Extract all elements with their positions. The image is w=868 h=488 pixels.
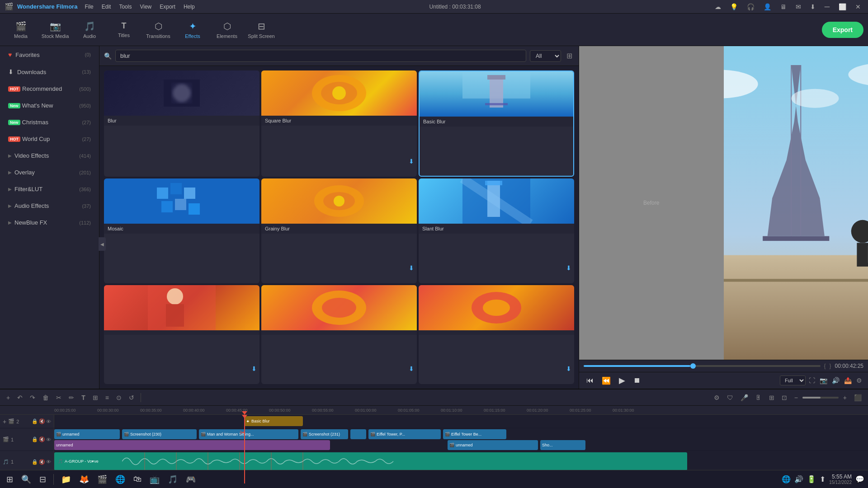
tl-settings-button[interactable]: ⚙ [711,392,722,403]
tl-audio-adj-button[interactable]: ≡ [103,392,112,403]
minimize-button[interactable]: ─ [822,2,832,12]
tl-rotate-button[interactable]: ↺ [126,392,137,403]
tl-full-timeline-button[interactable]: ⬛ [851,392,864,403]
clip-eiffel-tower-be[interactable]: 🎬 Eiffel Tower Be... [443,429,506,439]
cloud-icon[interactable]: ☁ [712,2,724,11]
tl-zoom-in-button[interactable]: + [840,392,849,403]
toolbar-split-screen[interactable]: ⊟ Split Screen [245,15,278,44]
tl-add-track-button[interactable]: + [4,392,13,403]
zoom-slider[interactable] [802,397,839,399]
toolbar-effects[interactable]: ✦ Effects [176,15,209,44]
mail-icon[interactable]: ✉ [793,2,804,11]
track-lock-2[interactable]: 🔒 [32,418,38,424]
preview-progress-bar[interactable] [584,365,821,367]
tl-split-track-button[interactable]: ⊞ [766,392,777,403]
maximize-button[interactable]: ⬜ [836,2,849,11]
menu-file[interactable]: File [81,3,97,11]
clip-screenshot-231[interactable]: 🎬 Screenshot (231) [301,429,348,439]
grid-toggle-icon[interactable]: ⊞ [565,50,574,62]
effect-item-grainy-blur[interactable]: ⬇ Grainy Blur [261,178,417,283]
app-7[interactable]: 🎵 [165,473,180,486]
clip-sho[interactable]: Sho... [540,440,585,450]
stop-button[interactable]: ⏹ [631,375,643,386]
clip-unnamed-purple[interactable]: unnamed [54,440,330,450]
sidebar-item-audio-effects[interactable]: ▶ Audio Effects (37) [2,198,97,214]
track-lock-audio[interactable]: 🔒 [32,459,38,465]
clip-man-woman[interactable]: 🎬 Man and Woman Sitting... [199,429,298,439]
store-button[interactable]: 🛍 [131,473,144,486]
tl-mic-button[interactable]: 🎤 [738,392,751,403]
preview-settings-button[interactable]: ⚙ [855,375,863,385]
track-mute-2[interactable]: 🔇 [39,418,45,424]
chrome-button[interactable]: 🌐 [113,473,128,486]
arrow-icon[interactable]: ⬆ [820,475,826,483]
toolbar-titles[interactable]: T Titles [108,15,140,44]
effect-clip-basic-blur[interactable]: ✦ Basic Blur [244,416,303,426]
firefox-button[interactable]: 🦊 [76,473,92,486]
monitor-icon[interactable]: 🖥 [778,2,789,11]
sidebar-item-world-cup[interactable]: HOT World Cup (27) [2,131,97,147]
clip-screenshot-230[interactable]: 🎬 Screenshot (230) [122,429,197,439]
skip-back-button[interactable]: ⏮ [584,375,596,386]
fullscreen-button[interactable]: ⛶ [807,375,816,385]
volume-icon[interactable]: 🔊 [794,475,803,483]
sidebar-item-video-effects[interactable]: ▶ Video Effects (414) [2,148,97,164]
effect-item-7[interactable]: ⬇ [104,285,259,384]
account-icon[interactable]: 👤 [761,2,774,11]
sidebar-item-recommended[interactable]: HOT Recommended (500) [2,81,97,97]
network-icon[interactable]: 🌐 [782,475,791,483]
export-frame-button[interactable]: 📤 [843,375,853,385]
tl-delete-button[interactable]: 🗑 [40,392,52,403]
effect-item-8[interactable]: ⬇ [261,285,417,384]
search-input[interactable] [115,50,526,62]
close-button[interactable]: ✕ [853,2,863,11]
explorer-button[interactable]: 📁 [58,473,74,486]
clip-eiffel-tower-p[interactable]: 🎬 Eiffel Tower, P... [368,429,441,439]
clip-unnamed-1[interactable]: 🎬 unnamed [54,429,120,439]
menu-edit[interactable]: Edit [98,3,115,11]
search-taskbar-button[interactable]: 🔍 [19,473,34,486]
effect-item-blur[interactable]: Blur [104,70,259,177]
tl-redo-button[interactable]: ↷ [27,392,38,403]
panel-collapse-button[interactable]: ◀ [99,237,106,251]
app-8[interactable]: 🎮 [183,473,198,486]
toolbar-audio[interactable]: 🎵 Audio [73,15,106,44]
export-button[interactable]: Export [822,22,863,38]
play-button[interactable]: ▶ [616,374,628,387]
track-visible-1[interactable]: 👁 [46,436,51,442]
audio-preview-button[interactable]: 🔊 [830,375,841,385]
tl-adjust-button[interactable]: ⊞ [90,392,101,403]
clip-audio-main[interactable]: 🎵 A-GROUP - Vo▾ve [54,452,687,470]
filter-select[interactable]: All Video Audio [530,50,561,62]
tl-undo-button[interactable]: ↶ [14,392,25,403]
effect-item-basic-blur[interactable]: Basic Blur [419,70,574,177]
menu-view[interactable]: View [136,3,155,11]
tl-pen-button[interactable]: ✏ [66,392,77,403]
clip-small[interactable] [350,429,366,439]
headset-icon[interactable]: 🎧 [744,2,757,11]
preview-progress-thumb[interactable] [690,363,696,369]
tl-shield-button[interactable]: 🛡 [724,392,736,403]
start-button[interactable]: ⊞ [4,473,16,486]
track-lock-1[interactable]: 🔒 [32,436,38,442]
tl-target-button[interactable]: ⊙ [113,392,124,403]
taskbar-time[interactable]: 5:55 AM 15/12/2022 [829,474,852,485]
toolbar-stock-media[interactable]: 📷 Stock Media [39,15,71,44]
download-icon[interactable]: ⬇ [807,2,818,11]
track-mute-1[interactable]: 🔇 [39,436,45,442]
sidebar-item-newblue-fx[interactable]: ▶ NewBlue FX (112) [2,215,97,230]
sidebar-item-favorites[interactable]: ♥ Favorites (0) [2,47,97,63]
screenshot-button[interactable]: 📷 [818,375,829,385]
effect-item-slant-blur[interactable]: ⬇ Slant Blur [419,178,574,283]
toolbar-elements[interactable]: ⬡ Elements [211,15,243,44]
filmora-button[interactable]: 🎬 [94,473,110,486]
track-visible-audio[interactable]: 👁 [46,459,51,465]
sidebar-item-whats-new[interactable]: New What's New (950) [2,98,97,113]
menu-tools[interactable]: Tools [115,3,135,11]
battery-icon[interactable]: 🔋 [807,475,816,483]
toolbar-transitions[interactable]: ⬡ Transitions [142,15,175,44]
taskview-button[interactable]: ⊟ [37,473,49,486]
menu-help[interactable]: Help [180,3,198,11]
app-6[interactable]: 📺 [147,473,162,486]
track-add-icon[interactable]: + [3,418,6,425]
